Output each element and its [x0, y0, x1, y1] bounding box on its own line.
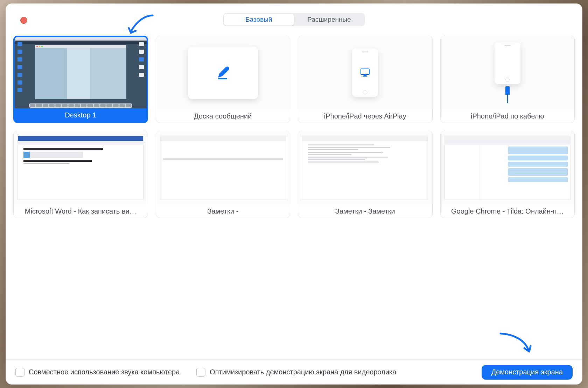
source-tile-chrome[interactable]: Google Chrome - Tilda: Онлайн-п… [440, 131, 575, 218]
airplay-icon [360, 67, 370, 78]
checkbox-optimize-video[interactable]: Оптимизировать демонстрацию экрана для в… [196, 368, 396, 377]
tile-label: Заметки - Заметки [298, 204, 432, 218]
dialog-footer: Совместное использование звука компьютер… [6, 359, 582, 385]
notes-preview [156, 131, 290, 204]
whiteboard-preview [156, 36, 290, 109]
annotation-arrow-top [127, 13, 155, 36]
source-tile-word[interactable]: Microsoft Word - Как записать ви… [13, 131, 148, 218]
iphone-airplay-preview [298, 36, 432, 109]
svg-rect-0 [218, 78, 227, 79]
iphone-cable-preview [441, 36, 575, 109]
share-screen-dialog: Базовый Расширенные Desktop 1 [6, 3, 582, 385]
tile-label: Desktop 1 [15, 108, 147, 122]
close-button[interactable] [20, 17, 27, 24]
tile-label: iPhone/iPad по кабелю [441, 109, 575, 123]
source-tile-iphone-airplay[interactable]: iPhone/iPad через AirPlay [298, 36, 433, 123]
source-tile-notes-1[interactable]: Заметки - [156, 131, 290, 218]
chrome-preview [441, 131, 575, 204]
tab-segmented-control: Базовый Расширенные [223, 13, 365, 26]
checkbox-icon [15, 368, 24, 377]
tile-label: Заметки - [156, 204, 290, 218]
tile-label: Доска сообщений [156, 109, 290, 123]
source-grid: Desktop 1 Доска сообщений [13, 36, 575, 218]
source-tile-iphone-cable[interactable]: iPhone/iPad по кабелю [440, 36, 575, 123]
source-tile-desktop-1[interactable]: Desktop 1 [13, 36, 148, 123]
checkbox-icon [196, 368, 205, 377]
tile-label: iPhone/iPad через AirPlay [298, 109, 432, 123]
tile-label: Microsoft Word - Как записать ви… [14, 204, 148, 218]
word-preview [14, 131, 148, 204]
checkbox-share-audio[interactable]: Совместное использование звука компьютер… [15, 368, 180, 377]
notes-preview-2 [298, 131, 432, 204]
pencil-icon [215, 64, 231, 81]
tile-label: Google Chrome - Tilda: Онлайн-п… [441, 204, 575, 218]
tab-basic[interactable]: Базовый [224, 14, 294, 26]
checkbox-label: Совместное использование звука компьютер… [29, 368, 180, 376]
desktop-preview [15, 37, 147, 108]
svg-rect-1 [361, 69, 369, 74]
share-screen-button[interactable]: Демонстрация экрана [482, 365, 573, 380]
tab-advanced[interactable]: Расширенные [294, 14, 364, 26]
source-tile-notes-2[interactable]: Заметки - Заметки [298, 131, 433, 218]
source-tile-whiteboard[interactable]: Доска сообщений [156, 36, 290, 123]
checkbox-label: Оптимизировать демонстрацию экрана для в… [210, 368, 396, 376]
annotation-arrow-bottom [498, 331, 533, 355]
